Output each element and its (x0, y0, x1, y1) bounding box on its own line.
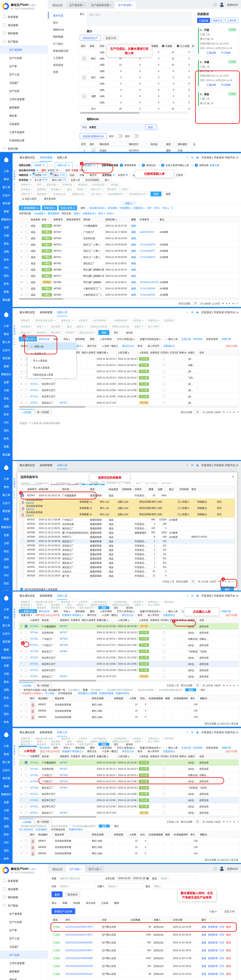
filter-field[interactable]: 查询地 (123, 743, 136, 746)
detail-tool[interactable]: 打印商品信息 (49, 827, 67, 831)
subnav-item[interactable]: 工艺要求 (48, 54, 77, 61)
rail-item[interactable]: 物流 (0, 483, 13, 491)
filter-field[interactable]: 仓储方 (132, 740, 145, 743)
print-status-checkbox[interactable] (163, 370, 165, 372)
rail-item[interactable]: 短信 (0, 272, 13, 280)
last-page[interactable]: ⏭ (233, 820, 235, 823)
refresh-icon[interactable]: ↻ (237, 820, 239, 823)
row-checkbox[interactable] (25, 625, 27, 628)
row-checkbox[interactable] (25, 805, 27, 808)
cell-po-number[interactable]: 687917 (60, 768, 68, 770)
rail-item[interactable]: 胜算 (0, 442, 13, 450)
tab-purchase-inbound[interactable]: 采购入库 (57, 308, 67, 317)
rail-item[interactable]: 数据演示 (0, 790, 13, 798)
filter-field[interactable]: 制单人 (35, 740, 48, 743)
tab-inbound-detail[interactable]: 入库明细 (19, 682, 34, 688)
status-chip[interactable]: 已收货 (174, 173, 185, 177)
toolbar-button[interactable]: ✓ 确认入库 (164, 746, 180, 749)
rail-item[interactable]: 分销 (0, 806, 13, 814)
row-checkbox[interactable] (21, 519, 24, 521)
toolbar-button[interactable]: 保存 (52, 609, 60, 613)
toolbar-button[interactable]: 设置虚拟仓 (163, 344, 175, 348)
last-page[interactable]: ⏭ (233, 410, 235, 414)
filter-field[interactable]: 预约单号 (49, 606, 62, 609)
row-checkbox[interactable] (25, 768, 27, 770)
rail-item[interactable]: 聚货通 (0, 637, 13, 646)
toolbar-button[interactable]: ✓ 确认入库 (164, 609, 180, 613)
toolbar-button[interactable]: 推送至云仓 (122, 613, 134, 617)
rail-item[interactable]: 订单 (0, 167, 13, 175)
filter-field[interactable]: -供应商分类:全部- (33, 318, 57, 323)
detail-filter[interactable]: 商品名称或简称 (49, 824, 69, 827)
row-checkbox[interactable] (21, 531, 24, 534)
filter-field[interactable]: 物流公司 (19, 606, 34, 609)
cell-external-no[interactable]: TL2411180079 (140, 243, 155, 246)
toolbar-button[interactable]: 设置虚拟仓 (163, 613, 175, 617)
toolbar-button[interactable]: 推送至云仓 (122, 344, 134, 348)
rail-item[interactable]: 评价 (0, 838, 13, 846)
confirm-button[interactable]: 确定 (220, 586, 234, 590)
row-checkbox[interactable] (25, 275, 28, 277)
filter-field[interactable]: 搜索 (98, 743, 109, 746)
tab-unique-code-detail[interactable]: 唯一码明细 (34, 819, 52, 824)
toolbar-button[interactable]: 删除 (88, 337, 97, 341)
rail-item[interactable]: 物流 (0, 175, 13, 183)
prev-page[interactable]: ◂ (226, 302, 227, 305)
filter-field[interactable]: 入库单号 (76, 737, 89, 740)
filter-field[interactable]: 外部单号 (63, 606, 76, 609)
sidebar-item[interactable]: 工序外发管理⌄ (0, 95, 48, 103)
edit-link[interactable]: 编辑... (131, 293, 138, 296)
filter-field[interactable]: 物流单号 (160, 481, 173, 484)
rail-item[interactable]: 云会计 (0, 191, 13, 199)
toolbar-button[interactable]: 设置虚拟仓 (163, 749, 175, 753)
status-chip[interactable]: 被合并 (88, 173, 99, 177)
close-icon[interactable]: × (232, 475, 234, 479)
cell-po-number[interactable]: 687917 (60, 631, 68, 634)
download-icon[interactable]: ⇩ (186, 156, 189, 159)
tab-welcome[interactable]: 聚水潭欢迎您 (20, 153, 35, 162)
h-scrollbar[interactable] (80, 112, 140, 114)
sync-action[interactable]: 聚货通推单 (47, 211, 60, 216)
rail-item[interactable]: 财务 (0, 718, 13, 726)
edit-link[interactable]: 编辑... (131, 280, 138, 284)
sidebar-item[interactable]: 生产跟进⌄ (0, 37, 48, 46)
row-checkbox[interactable] (21, 540, 24, 542)
rail-item[interactable]: 商品 (0, 239, 13, 247)
page-size-select[interactable]: 25 (194, 410, 200, 414)
sidebar-item[interactable]: 物料管理⌄ (0, 893, 48, 901)
print-status-checkbox[interactable] (163, 799, 165, 802)
sync-action[interactable]: 同步仓库: (61, 211, 72, 216)
node-detail-link[interactable]: 节点明细 (221, 83, 230, 86)
rail-item[interactable]: 聚工单 (0, 621, 13, 629)
toolbar-button[interactable]: 导出 ▾ (62, 746, 72, 749)
toolbar-button[interactable]: 推送至云仓 (122, 749, 134, 753)
account-vertical-tab[interactable]: 开发测试-534 (13, 728, 17, 863)
contact-icon[interactable]: ◉ (196, 594, 198, 597)
last-page[interactable]: ⏭ (228, 580, 230, 583)
toolbar-button[interactable]: 保存 (52, 746, 60, 749)
row-checkbox[interactable] (25, 840, 27, 842)
message-icon[interactable]: ✉ (191, 731, 193, 734)
rail-item[interactable]: 数据演示 (0, 523, 13, 531)
first-page[interactable]: ⏮ (222, 302, 224, 305)
first-page[interactable]: ⏮ (223, 684, 225, 687)
row-checkbox[interactable] (25, 799, 27, 802)
cell-external-no[interactable]: TL2411180049 (140, 287, 155, 290)
detail-tool[interactable]: 批量修改单价 (68, 827, 83, 831)
cell-po-number[interactable]: 687926 (60, 644, 68, 646)
filter-field[interactable]: 包含商品 (19, 740, 34, 743)
print-link[interactable]: 打印 (219, 949, 224, 952)
toolbar-button[interactable]: 导出 ▾ (62, 337, 72, 341)
cell-inbound-no[interactable]: 207152... (30, 389, 40, 391)
filter-field[interactable]: 供应商名 (163, 600, 176, 603)
part-toggle[interactable] (132, 134, 139, 138)
toolbar-button[interactable]: ＋ 新增入库 ▾ (19, 337, 37, 341)
filter-field[interactable]: 外部单号 (63, 330, 76, 335)
warehouse-select[interactable]: 请选择 (58, 883, 95, 889)
contact-icon[interactable]: ◉ (196, 311, 198, 314)
sidebar-item[interactable]: 次品返厂⌄ (0, 78, 48, 87)
filter-field[interactable]: 是否已经打印 (78, 330, 97, 335)
sidebar-item[interactable]: 物料管理⌄ (0, 29, 48, 37)
print-status-checkbox[interactable] (163, 389, 165, 391)
rail-item[interactable]: 发票 (0, 798, 13, 806)
